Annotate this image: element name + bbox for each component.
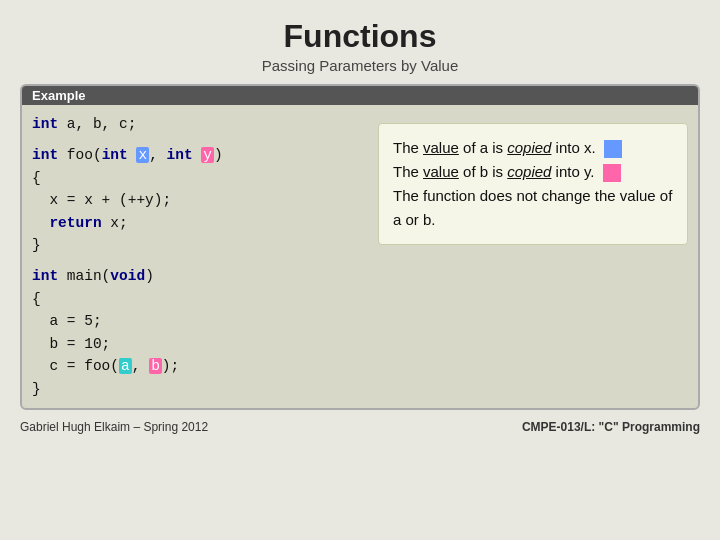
- slide-subtitle: Passing Parameters by Value: [262, 57, 459, 74]
- code-line-8: {: [32, 288, 358, 310]
- slide: Functions Passing Parameters by Value Ex…: [0, 0, 720, 540]
- footer: Gabriel Hugh Elkaim – Spring 2012 CMPE-0…: [20, 420, 700, 434]
- footer-left: Gabriel Hugh Elkaim – Spring 2012: [20, 420, 208, 434]
- example-box: Example int a, b, c; int foo(int x, int …: [20, 84, 700, 410]
- info-box: The value of a is copied into x. The val…: [378, 123, 688, 245]
- code-line-1: int a, b, c;: [32, 113, 358, 135]
- info-line-3: The function does not change the value o…: [393, 184, 673, 232]
- blue-swatch: [604, 140, 622, 158]
- code-line-9: a = 5;: [32, 310, 358, 332]
- code-line-11: c = foo(a, b);: [32, 355, 358, 377]
- code-line-3: {: [32, 167, 358, 189]
- code-line-2: int foo(int x, int y): [32, 144, 358, 166]
- footer-right: CMPE-013/L: "C" Programming: [522, 420, 700, 434]
- code-line-4: x = x + (++y);: [32, 189, 358, 211]
- code-area: int a, b, c; int foo(int x, int y) { x =…: [22, 113, 698, 400]
- code-block: int a, b, c; int foo(int x, int y) { x =…: [32, 113, 358, 400]
- code-line-6: }: [32, 234, 358, 256]
- slide-title: Functions: [284, 18, 437, 55]
- info-line-2: The value of b is copied into y.: [393, 160, 673, 184]
- example-label: Example: [22, 86, 698, 105]
- code-line-12: }: [32, 378, 358, 400]
- code-line-10: b = 10;: [32, 333, 358, 355]
- info-line-1: The value of a is copied into x.: [393, 136, 673, 160]
- code-line-7: int main(void): [32, 265, 358, 287]
- code-line-5: return x;: [32, 212, 358, 234]
- pink-swatch: [603, 164, 621, 182]
